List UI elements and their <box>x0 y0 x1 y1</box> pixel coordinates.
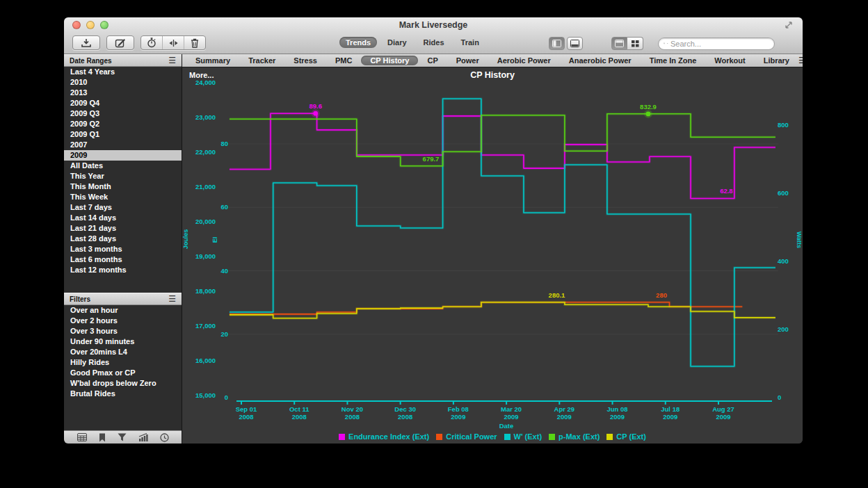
tab-summary[interactable]: Summary <box>186 56 239 65</box>
chart-legend: Endurance Index (Ext)Critical PowerW' (E… <box>182 432 803 441</box>
legend-label: CP (Ext) <box>616 432 646 441</box>
resize-icon[interactable] <box>785 21 793 29</box>
date-range-item-last-14-days[interactable]: Last 14 days <box>64 213 182 223</box>
svg-text:Joules: Joules <box>182 229 189 250</box>
bottom-panel-toggle-button[interactable] <box>567 37 583 50</box>
date-range-item-last-28-days[interactable]: Last 28 days <box>64 234 182 244</box>
stopwatch-icon <box>147 38 156 48</box>
view-tab-train[interactable]: Train <box>455 37 485 48</box>
filter-item-over-an-hour[interactable]: Over an hour <box>64 305 182 316</box>
download-button[interactable] <box>72 35 100 50</box>
grid-view-button[interactable] <box>627 37 643 50</box>
window-content: Date Ranges ☰ Last 4 Years201020132009 Q… <box>64 54 803 444</box>
toolbar: TrendsDiaryRidesTrain <box>64 33 803 54</box>
svg-text:18,000: 18,000 <box>195 287 216 295</box>
date-range-item-2009[interactable]: 2009 <box>64 150 182 161</box>
filter-item-brutal-rides[interactable]: Brutal Rides <box>64 389 182 399</box>
date-range-item-last-6-months[interactable]: Last 6 months <box>64 254 182 265</box>
date-range-item-2007[interactable]: 2007 <box>64 140 182 150</box>
view-switcher: TrendsDiaryRidesTrain <box>339 37 485 48</box>
chart-icon[interactable] <box>138 433 148 441</box>
tab-workout[interactable]: Workout <box>705 56 754 65</box>
filter-item-good-pmax-or-cp[interactable]: Good Pmax or CP <box>64 368 182 378</box>
date-range-item-2009-q4[interactable]: 2009 Q4 <box>64 98 182 108</box>
date-ranges-menu-icon[interactable]: ☰ <box>168 56 176 65</box>
view-tab-diary[interactable]: Diary <box>381 37 413 48</box>
date-range-item-all-dates[interactable]: All Dates <box>64 161 182 171</box>
legend-label: Critical Power <box>446 432 497 441</box>
legend-swatch <box>549 434 555 440</box>
tab-cp[interactable]: CP <box>418 56 447 65</box>
date-range-item-2009-q1[interactable]: 2009 Q1 <box>64 129 182 140</box>
svg-text:280: 280 <box>656 291 667 299</box>
date-range-item-this-month[interactable]: This Month <box>64 181 182 192</box>
svg-text:Feb 082009: Feb 082009 <box>448 405 469 421</box>
filter-item-under-90-minutes[interactable]: Under 90 minutes <box>64 336 182 347</box>
tab-time-in-zone[interactable]: Time In Zone <box>641 56 706 65</box>
svg-text:Date: Date <box>499 422 514 430</box>
date-range-item-2010[interactable]: 2010 <box>64 77 182 88</box>
grid-view-icon <box>631 40 640 47</box>
summary-icon[interactable] <box>77 433 87 441</box>
tab-anaerobic-power[interactable]: Anaerobic Power <box>560 56 641 65</box>
view-tab-rides[interactable]: Rides <box>417 37 451 48</box>
filter-item-over-20mins-l4[interactable]: Over 20mins L4 <box>64 347 182 357</box>
window-title: Mark Liversedge <box>64 20 803 30</box>
tabbar-menu-icon[interactable]: ☰ <box>798 56 803 65</box>
cp-history-plot[interactable]: Sep 012008Oct 112008Nov 202008Dec 302008… <box>182 67 802 444</box>
clock-icon[interactable] <box>160 433 169 442</box>
tab-aerobic-power[interactable]: Aerobic Power <box>488 56 560 65</box>
svg-text:0: 0 <box>225 393 228 401</box>
chart-tabs: SummaryTrackerStressPMCCP HistoryCPPower… <box>186 56 798 65</box>
bookmark-icon[interactable] <box>99 433 106 442</box>
titlebar: Mark Liversedge <box>64 17 803 33</box>
date-range-item-this-year[interactable]: This Year <box>64 171 182 181</box>
tab-cp-history[interactable]: CP History <box>361 56 418 65</box>
tiled-view-button[interactable] <box>611 37 627 50</box>
search-box[interactable] <box>658 38 775 50</box>
filters-menu-icon[interactable]: ☰ <box>168 295 176 303</box>
view-tab-trends[interactable]: Trends <box>339 37 377 48</box>
date-range-item-last-4-years[interactable]: Last 4 Years <box>64 67 182 77</box>
date-range-item-last-3-months[interactable]: Last 3 months <box>64 244 182 254</box>
stopwatch-button[interactable] <box>141 36 162 49</box>
svg-text:22,000: 22,000 <box>195 148 216 156</box>
date-range-item-2009-q3[interactable]: 2009 Q3 <box>64 108 182 119</box>
filter-item-w-bal-drops-below-zero[interactable]: W'bal drops below Zero <box>64 378 182 389</box>
tab-stress[interactable]: Stress <box>284 56 326 65</box>
filter-icon[interactable] <box>118 433 127 441</box>
svg-text:60: 60 <box>220 203 228 211</box>
date-ranges-title: Date Ranges <box>70 57 112 65</box>
svg-text:400: 400 <box>778 257 789 265</box>
legend-swatch <box>436 434 442 440</box>
date-range-item-last-21-days[interactable]: Last 21 days <box>64 223 182 234</box>
svg-text:19,000: 19,000 <box>195 252 216 260</box>
filter-item-over-3-hours[interactable]: Over 3 hours <box>64 326 182 336</box>
search-input[interactable] <box>670 40 769 48</box>
legend-item-endurance-index-ext: Endurance Index (Ext) <box>339 432 429 441</box>
date-range-item-this-week[interactable]: This Week <box>64 192 182 202</box>
split-view-button[interactable] <box>162 36 184 49</box>
filter-item-over-2-hours[interactable]: Over 2 hours <box>64 316 182 326</box>
svg-text:23,000: 23,000 <box>195 113 216 121</box>
search-options-chevron-icon[interactable] <box>667 42 668 45</box>
delete-button[interactable] <box>184 36 205 49</box>
tab-library[interactable]: Library <box>755 56 798 65</box>
legend-label: p-Max (Ext) <box>558 432 600 441</box>
main-panel: SummaryTrackerStressPMCCP HistoryCPPower… <box>182 54 803 444</box>
tab-tracker[interactable]: Tracker <box>239 56 284 65</box>
date-range-item-2009-q2[interactable]: 2009 Q2 <box>64 119 182 129</box>
sidebar-toggle-button[interactable] <box>549 37 565 50</box>
filter-item-hilly-rides[interactable]: Hilly Rides <box>64 357 182 368</box>
tab-pmc[interactable]: PMC <box>326 56 361 65</box>
date-range-item-last-12-months[interactable]: Last 12 months <box>64 265 182 275</box>
svg-text:Nov 202008: Nov 202008 <box>341 405 363 421</box>
app-window: Mark Liversedge <box>64 17 803 444</box>
tab-power[interactable]: Power <box>447 56 488 65</box>
date-range-item-last-7-days[interactable]: Last 7 days <box>64 202 182 213</box>
sidebar: Date Ranges ☰ Last 4 Years201020132009 Q… <box>64 54 182 444</box>
edit-button[interactable] <box>106 35 134 50</box>
date-range-item-2013[interactable]: 2013 <box>64 88 182 98</box>
trash-icon <box>191 38 199 48</box>
sidebar-footer <box>64 430 182 444</box>
